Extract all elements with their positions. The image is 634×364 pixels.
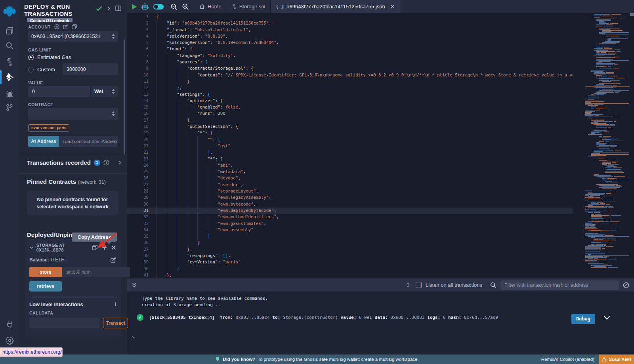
minimap-line bbox=[594, 239, 598, 240]
sidebar-item-file-explorer[interactable] bbox=[0, 23, 19, 38]
store-arg-input[interactable] bbox=[62, 267, 130, 277]
custom-gas-input[interactable] bbox=[63, 63, 118, 75]
sidebar-item-deploy-and-run[interactable] bbox=[0, 70, 19, 85]
minimap-line bbox=[588, 258, 593, 259]
code-token: [ bbox=[220, 156, 223, 162]
line-number: 11 bbox=[127, 78, 149, 85]
add-account-icon[interactable] bbox=[54, 24, 59, 29]
edit-account-icon[interactable] bbox=[63, 24, 68, 29]
value-input[interactable] bbox=[28, 86, 90, 97]
minimap-line bbox=[601, 68, 609, 69]
tx-field-label: hash: bbox=[448, 315, 464, 320]
load-address-input[interactable]: Load contract from Address bbox=[59, 136, 118, 147]
minimap-line bbox=[605, 165, 614, 166]
minimap-line bbox=[605, 235, 614, 236]
indent-guide bbox=[197, 214, 208, 220]
listen-checkbox[interactable] bbox=[416, 282, 422, 288]
code-line: 33"evm.gasEstimates", bbox=[127, 221, 573, 227]
minimap-line bbox=[599, 22, 606, 23]
indent-guide bbox=[177, 201, 187, 208]
retrieve-button[interactable]: retrieve bbox=[29, 281, 62, 292]
indent-guide bbox=[177, 208, 187, 214]
sidebar-item-solidity-compiler[interactable] bbox=[0, 55, 19, 70]
collapse-terminal-icon[interactable] bbox=[132, 282, 137, 288]
code-line: 12}, bbox=[127, 85, 573, 91]
sidebar-item-settings[interactable] bbox=[0, 333, 19, 348]
minimap-line bbox=[611, 215, 621, 216]
pinned-check-icon[interactable] bbox=[96, 6, 102, 11]
expand-tx-icon[interactable] bbox=[603, 316, 610, 320]
gas-limit-label: GAS LIMIT bbox=[28, 48, 51, 52]
value-unit-select[interactable]: Wei bbox=[91, 86, 118, 97]
expand-transactions-icon[interactable] bbox=[118, 160, 121, 165]
copilot-toggle[interactable] bbox=[153, 4, 164, 10]
contract-select-steppers bbox=[112, 111, 115, 116]
close-tab-icon[interactable]: ✕ bbox=[390, 4, 395, 10]
custom-gas-radio[interactable] bbox=[28, 67, 34, 72]
minimap-line bbox=[608, 127, 611, 128]
sidebar-item-search[interactable] bbox=[0, 38, 19, 53]
indent-guide bbox=[177, 175, 187, 181]
minimap-line bbox=[599, 26, 619, 27]
calldata-input[interactable] bbox=[29, 318, 99, 328]
low-level-info-icon[interactable]: i bbox=[115, 301, 116, 307]
minimap-line bbox=[585, 191, 592, 191]
chevron-down-icon[interactable] bbox=[29, 246, 33, 249]
pin-view-icon[interactable] bbox=[115, 6, 121, 11]
editor-scrollbar-thumb[interactable] bbox=[630, 13, 634, 16]
scam-alert-badge[interactable]: Scam Alert bbox=[599, 354, 634, 364]
card-divider bbox=[29, 297, 116, 297]
copilot-status[interactable]: RemixAI Copilot (enabled) bbox=[541, 357, 594, 362]
sidebar-item-git[interactable] bbox=[0, 100, 19, 115]
minimap-line bbox=[596, 77, 602, 78]
store-button[interactable]: store bbox=[29, 267, 62, 277]
deploy-and-run-icon bbox=[5, 72, 14, 82]
terminal-search-icon[interactable] bbox=[490, 282, 497, 288]
tab-storage-sol[interactable]: Storage.sol bbox=[227, 0, 271, 13]
code-editor[interactable]: 1{2"id": "a69b43f277ba20fcac141151250ca7… bbox=[127, 13, 634, 278]
minimap-line bbox=[599, 69, 612, 69]
sidebar-item-plugin-manager[interactable] bbox=[0, 317, 19, 332]
code-token: , bbox=[254, 202, 256, 207]
run-script-icon[interactable] bbox=[132, 4, 137, 10]
terminal[interactable]: Type the library name to see available c… bbox=[127, 292, 634, 354]
minimap-line bbox=[594, 121, 613, 122]
minimap-line bbox=[585, 98, 598, 99]
tab-json-buildinfo[interactable]: { } a69b43f277ba20fcac141151250ca755.jso… bbox=[271, 0, 400, 13]
remix-logo[interactable] bbox=[0, 3, 19, 21]
terminal-filter-input[interactable] bbox=[500, 280, 619, 290]
line-content: "storageLayout", bbox=[149, 188, 258, 194]
contract-select[interactable] bbox=[28, 108, 118, 120]
minimap-line bbox=[591, 153, 600, 154]
zoom-in-icon[interactable] bbox=[182, 3, 189, 10]
copy-account-icon[interactable] bbox=[72, 24, 77, 29]
zoom-out-icon[interactable] bbox=[170, 3, 178, 10]
transaction-log-row[interactable]: ✓ [block:5583405 txIndex:4] from: 0xa03.… bbox=[137, 314, 575, 321]
line-number: 13 bbox=[127, 91, 149, 98]
edit-balance-icon[interactable] bbox=[111, 257, 116, 263]
minimap-line bbox=[610, 23, 618, 24]
transact-button[interactable]: Transact bbox=[103, 318, 128, 328]
debug-button[interactable]: Debug bbox=[571, 314, 595, 324]
minimap-line bbox=[596, 94, 604, 95]
minimap-line bbox=[591, 221, 604, 221]
panel-scrollbar[interactable] bbox=[124, 40, 125, 154]
info-icon[interactable] bbox=[103, 160, 109, 166]
indent-guide bbox=[157, 240, 167, 246]
estimated-gas-radio[interactable] bbox=[28, 55, 34, 60]
at-address-button[interactable]: At Address bbox=[28, 136, 59, 147]
indent-guide bbox=[187, 182, 197, 188]
minimap-line bbox=[602, 34, 629, 35]
minimap[interactable] bbox=[585, 13, 630, 278]
tab-home[interactable]: Home bbox=[194, 0, 227, 13]
collapse-panel-icon[interactable] bbox=[107, 6, 111, 11]
code-token: { bbox=[220, 98, 223, 103]
minimap-line bbox=[609, 159, 616, 160]
indent-guide bbox=[187, 221, 197, 227]
sidebar-item-debugger[interactable] bbox=[0, 86, 19, 101]
minimap-line bbox=[599, 61, 611, 62]
clear-filter-icon[interactable] bbox=[623, 282, 629, 288]
ai-robot-icon[interactable] bbox=[141, 3, 149, 10]
account-select[interactable]: 0xA03...85ac4 (0.39866531531 bbox=[28, 31, 118, 42]
evm-version-badge: evm version: paris bbox=[28, 124, 69, 131]
